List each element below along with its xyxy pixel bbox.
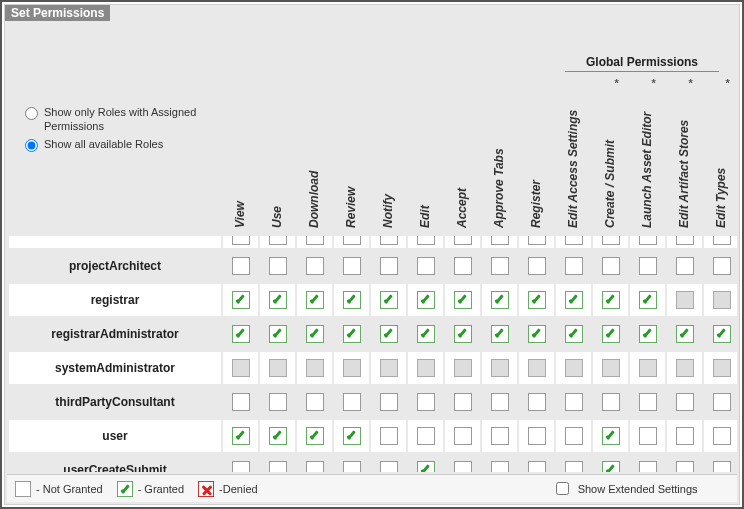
permission-checkbox[interactable] — [491, 291, 509, 309]
permission-checkbox[interactable] — [232, 291, 250, 309]
permission-checkbox[interactable] — [417, 393, 435, 411]
permission-checkbox[interactable] — [343, 461, 361, 472]
permission-checkbox[interactable] — [380, 393, 398, 411]
permission-checkbox[interactable] — [417, 235, 435, 245]
permission-checkbox[interactable] — [676, 393, 694, 411]
permission-checkbox[interactable] — [343, 393, 361, 411]
permission-checkbox[interactable] — [491, 257, 509, 275]
permission-checkbox[interactable] — [565, 393, 583, 411]
permission-checkbox[interactable] — [269, 427, 287, 445]
permission-checkbox[interactable] — [380, 325, 398, 343]
permission-checkbox[interactable] — [676, 235, 694, 245]
permission-checkbox[interactable] — [713, 291, 731, 309]
permission-checkbox[interactable] — [232, 461, 250, 472]
permission-checkbox[interactable] — [713, 393, 731, 411]
permission-checkbox[interactable] — [676, 427, 694, 445]
permission-checkbox[interactable] — [232, 257, 250, 275]
permission-checkbox[interactable] — [232, 235, 250, 245]
permission-checkbox[interactable] — [676, 325, 694, 343]
permission-checkbox[interactable] — [676, 461, 694, 472]
permission-checkbox[interactable] — [232, 393, 250, 411]
permission-checkbox[interactable] — [602, 325, 620, 343]
permission-checkbox[interactable] — [454, 325, 472, 343]
permission-checkbox[interactable] — [528, 325, 546, 343]
permission-checkbox[interactable] — [565, 325, 583, 343]
permission-checkbox[interactable] — [528, 427, 546, 445]
permission-checkbox[interactable] — [676, 291, 694, 309]
permission-checkbox[interactable] — [602, 359, 620, 377]
permission-checkbox[interactable] — [491, 427, 509, 445]
permission-checkbox[interactable] — [713, 235, 731, 245]
permission-checkbox[interactable] — [417, 325, 435, 343]
permission-checkbox[interactable] — [676, 359, 694, 377]
permission-checkbox[interactable] — [491, 325, 509, 343]
permission-checkbox[interactable] — [454, 461, 472, 472]
permission-checkbox[interactable] — [269, 257, 287, 275]
permission-checkbox[interactable] — [380, 461, 398, 472]
permission-checkbox[interactable] — [380, 291, 398, 309]
permission-checkbox[interactable] — [602, 393, 620, 411]
permission-checkbox[interactable] — [343, 235, 361, 245]
permission-checkbox[interactable] — [491, 235, 509, 245]
permission-checkbox[interactable] — [343, 291, 361, 309]
permission-checkbox[interactable] — [454, 257, 472, 275]
permission-checkbox[interactable] — [417, 359, 435, 377]
permission-checkbox[interactable] — [269, 461, 287, 472]
permission-checkbox[interactable] — [306, 359, 324, 377]
permission-checkbox[interactable] — [602, 427, 620, 445]
permission-checkbox[interactable] — [639, 235, 657, 245]
permission-checkbox[interactable] — [269, 235, 287, 245]
permission-checkbox[interactable] — [713, 427, 731, 445]
permission-checkbox[interactable] — [380, 257, 398, 275]
permission-checkbox[interactable] — [565, 291, 583, 309]
permission-checkbox[interactable] — [232, 427, 250, 445]
permission-checkbox[interactable] — [639, 325, 657, 343]
permission-checkbox[interactable] — [528, 291, 546, 309]
permission-checkbox[interactable] — [417, 427, 435, 445]
permission-checkbox[interactable] — [417, 291, 435, 309]
permission-checkbox[interactable] — [454, 235, 472, 245]
permission-checkbox[interactable] — [269, 325, 287, 343]
permission-checkbox[interactable] — [343, 359, 361, 377]
permission-checkbox[interactable] — [306, 427, 324, 445]
permission-checkbox[interactable] — [565, 461, 583, 472]
permission-checkbox[interactable] — [306, 393, 324, 411]
permission-checkbox[interactable] — [417, 257, 435, 275]
permission-checkbox[interactable] — [528, 461, 546, 472]
permission-checkbox[interactable] — [639, 393, 657, 411]
permission-checkbox[interactable] — [528, 393, 546, 411]
permission-checkbox[interactable] — [602, 235, 620, 245]
permission-checkbox[interactable] — [565, 427, 583, 445]
permission-checkbox[interactable] — [343, 325, 361, 343]
permission-checkbox[interactable] — [639, 359, 657, 377]
permission-checkbox[interactable] — [602, 257, 620, 275]
permission-checkbox[interactable] — [454, 393, 472, 411]
permission-checkbox[interactable] — [417, 461, 435, 472]
permission-checkbox[interactable] — [713, 359, 731, 377]
permission-checkbox[interactable] — [491, 461, 509, 472]
permission-checkbox[interactable] — [713, 257, 731, 275]
permission-checkbox[interactable] — [269, 291, 287, 309]
permission-checkbox[interactable] — [602, 291, 620, 309]
permission-checkbox[interactable] — [528, 359, 546, 377]
permission-checkbox[interactable] — [232, 325, 250, 343]
permission-checkbox[interactable] — [269, 393, 287, 411]
permission-checkbox[interactable] — [565, 257, 583, 275]
permission-checkbox[interactable] — [639, 257, 657, 275]
permission-checkbox[interactable] — [676, 257, 694, 275]
permission-checkbox[interactable] — [639, 427, 657, 445]
permission-checkbox[interactable] — [343, 427, 361, 445]
permission-checkbox[interactable] — [306, 291, 324, 309]
permission-checkbox[interactable] — [639, 461, 657, 472]
permission-checkbox[interactable] — [639, 291, 657, 309]
permission-checkbox[interactable] — [343, 257, 361, 275]
permission-checkbox[interactable] — [306, 257, 324, 275]
permission-checkbox[interactable] — [713, 325, 731, 343]
permission-checkbox[interactable] — [565, 235, 583, 245]
permission-checkbox[interactable] — [306, 235, 324, 245]
permission-checkbox[interactable] — [380, 359, 398, 377]
permission-checkbox[interactable] — [565, 359, 583, 377]
permission-checkbox[interactable] — [232, 359, 250, 377]
permission-checkbox[interactable] — [602, 461, 620, 472]
permission-checkbox[interactable] — [454, 427, 472, 445]
